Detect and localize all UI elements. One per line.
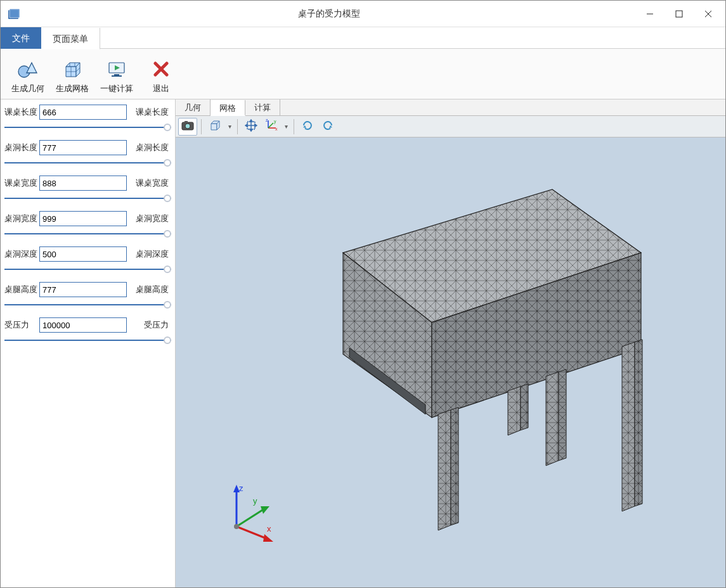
- param-desk-width: 课桌宽度 课桌宽度: [4, 176, 171, 202]
- ribbon-one-click-calculate[interactable]: 一键计算: [94, 56, 139, 94]
- param-input-leg-height[interactable]: [39, 282, 127, 297]
- param-right-label: 课桌长度: [127, 106, 169, 118]
- param-right-label: 桌洞深度: [127, 248, 169, 260]
- svg-marker-42: [329, 125, 332, 128]
- param-leg-height: 桌腿高度 桌腿高度: [4, 282, 171, 309]
- svg-line-60: [237, 509, 264, 527]
- dropdown-icon[interactable]: ▾: [226, 123, 233, 130]
- coordinate-axes-gizmo: z y x: [217, 482, 281, 548]
- param-label: 桌腿高度: [4, 284, 39, 295]
- title-bar: 桌子的受力模型: [1, 1, 725, 27]
- svg-rect-3: [676, 11, 682, 17]
- separator: [201, 119, 202, 134]
- ribbon: 生成几何 生成网格: [1, 49, 725, 99]
- svg-marker-34: [255, 124, 257, 127]
- app-icon: [7, 8, 20, 20]
- param-pressure: 受压力 受压力: [4, 317, 171, 344]
- param-right-label: 桌洞长度: [127, 142, 169, 153]
- svg-rect-19: [112, 75, 122, 77]
- tool-snapshot[interactable]: [178, 118, 197, 136]
- param-hole-depth: 桌洞深度 桌洞深度: [4, 246, 171, 273]
- axis-label-x: x: [267, 524, 271, 534]
- svg-marker-54: [622, 342, 635, 511]
- viewport-3d[interactable]: z y x: [176, 137, 725, 588]
- tab-geometry[interactable]: 几何: [176, 99, 211, 115]
- param-slider[interactable]: [4, 265, 171, 273]
- content: 几何 网格 计算 ▾ zyx ▾: [176, 99, 725, 588]
- ribbon-generate-mesh[interactable]: 生成网格: [50, 56, 94, 94]
- tab-calculate[interactable]: 计算: [245, 99, 280, 115]
- sidebar: 课桌长度 课桌长度 桌洞长度 桌洞长度 课桌宽度 课桌宽度 桌洞: [1, 99, 176, 588]
- axis-label-z: z: [239, 483, 243, 493]
- param-label: 桌洞长度: [4, 142, 39, 153]
- param-input-hole-depth[interactable]: [39, 246, 127, 262]
- ribbon-generate-geometry[interactable]: 生成几何: [6, 56, 50, 94]
- svg-marker-53: [559, 369, 566, 461]
- svg-line-37: [268, 123, 273, 128]
- mesh-model: [248, 164, 654, 547]
- param-slider[interactable]: [4, 124, 171, 131]
- viewport-toolbar: ▾ zyx ▾: [176, 116, 725, 137]
- menu-file[interactable]: 文件: [1, 27, 41, 49]
- separator: [237, 119, 238, 134]
- axis-label-y: y: [253, 496, 257, 506]
- maximize-button[interactable]: [664, 1, 694, 27]
- param-label: 课桌长度: [4, 106, 39, 118]
- svg-marker-55: [635, 340, 642, 506]
- close-button[interactable]: [694, 1, 723, 27]
- tool-view-cube[interactable]: [205, 118, 224, 136]
- window-title: 桌子的受力模型: [22, 8, 635, 20]
- param-input-hole-width[interactable]: [39, 211, 127, 226]
- svg-rect-24: [185, 121, 188, 123]
- svg-text:z: z: [266, 119, 268, 122]
- param-slider[interactable]: [4, 230, 171, 238]
- dropdown-icon[interactable]: ▾: [282, 123, 290, 130]
- tab-mesh[interactable]: 网格: [211, 100, 245, 116]
- tool-rotate-right[interactable]: [298, 118, 317, 136]
- param-right-label: 桌腿高度: [127, 284, 169, 295]
- menu-page[interactable]: 页面菜单: [41, 28, 100, 49]
- svg-marker-50: [438, 410, 451, 530]
- rotate-cw-icon: [301, 119, 314, 134]
- param-hole-length: 桌洞长度 桌洞长度: [4, 140, 171, 167]
- param-slider[interactable]: [4, 195, 171, 202]
- svg-point-23: [185, 124, 190, 129]
- svg-marker-52: [546, 372, 559, 466]
- xyz-axes-icon: zyx: [264, 119, 278, 134]
- svg-marker-51: [451, 407, 458, 525]
- svg-marker-32: [250, 129, 252, 131]
- menubar: 文件 页面菜单: [1, 27, 725, 49]
- ribbon-exit[interactable]: 退出: [139, 56, 183, 94]
- param-slider[interactable]: [4, 301, 171, 309]
- minimize-button[interactable]: [635, 1, 664, 27]
- svg-text:y: y: [274, 119, 276, 124]
- svg-marker-61: [261, 506, 269, 514]
- param-slider[interactable]: [4, 159, 171, 167]
- svg-marker-31: [250, 120, 252, 122]
- param-input-pressure[interactable]: [39, 317, 127, 333]
- param-right-label: 桌洞宽度: [127, 213, 169, 224]
- camera-icon: [181, 120, 194, 133]
- param-input-desk-width[interactable]: [39, 176, 127, 191]
- svg-marker-63: [263, 534, 273, 542]
- tool-axes-orientation[interactable]: zyx: [262, 118, 281, 136]
- svg-text:x: x: [275, 127, 278, 131]
- ribbon-label: 生成几何: [6, 83, 50, 94]
- main: 课桌长度 课桌长度 桌洞长度 桌洞长度 课桌宽度 课桌宽度 桌洞: [1, 99, 725, 588]
- param-right-label: 受压力: [127, 319, 169, 331]
- svg-marker-41: [303, 125, 306, 128]
- svg-marker-56: [508, 387, 521, 435]
- param-input-desk-length[interactable]: [39, 105, 127, 120]
- ribbon-label: 退出: [139, 83, 183, 94]
- svg-line-62: [237, 527, 268, 539]
- param-label: 桌洞宽度: [4, 213, 39, 224]
- ribbon-label: 一键计算: [94, 83, 139, 94]
- param-hole-width: 桌洞宽度 桌洞宽度: [4, 211, 171, 238]
- tool-pan[interactable]: [242, 118, 261, 136]
- separator: [294, 119, 294, 134]
- param-slider[interactable]: [4, 336, 171, 344]
- play-monitor-icon: [94, 56, 139, 82]
- param-input-hole-length[interactable]: [39, 140, 127, 155]
- param-label: 桌洞深度: [4, 248, 39, 260]
- tool-rotate-left[interactable]: [318, 118, 337, 136]
